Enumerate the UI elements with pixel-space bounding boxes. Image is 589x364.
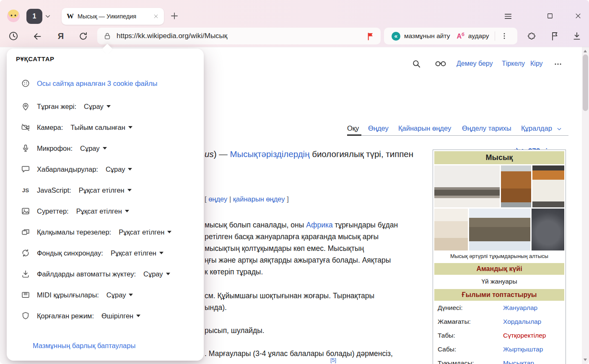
permission-label: Қорғалған режим: xyxy=(37,312,94,320)
dropdown-caret-icon xyxy=(128,168,132,170)
address-bar[interactable]: https://kk.wikipedia.org/wiki/Мысық xyxy=(97,28,381,44)
permissions-title: РҰҚСАТТАР xyxy=(16,55,54,62)
scrollbar-thumb[interactable] xyxy=(583,54,588,111)
permission-value-dropdown[interactable]: Сұрау xyxy=(106,291,133,299)
midi-icon xyxy=(21,290,30,299)
cat-photo-orange[interactable] xyxy=(501,165,531,207)
microphone-icon xyxy=(21,144,30,153)
tab-title: Мысық — Уикипедия xyxy=(78,13,149,20)
popups-icon xyxy=(21,227,30,237)
tools-menu[interactable]: Құралдар xyxy=(521,124,552,132)
dropdown-caret-icon xyxy=(128,126,132,129)
scrollbar-up-icon[interactable] xyxy=(584,50,587,52)
africa-link[interactable]: Африка xyxy=(306,221,333,229)
tab-edit[interactable]: Өңдеу xyxy=(368,124,389,132)
tab-group-badge[interactable]: 1 xyxy=(26,9,42,24)
article-paragraph-line: мысық болып саналады, оны Африка тұрғынд… xyxy=(205,221,398,230)
permission-row-images: Суреттер: Рұқсат етілген xyxy=(21,206,129,217)
permissions-panel: РҰҚСАТТАР Осы сайтқа арналған 3 cookie ф… xyxy=(7,49,204,361)
collections-icon[interactable] xyxy=(550,31,560,41)
window-close-icon[interactable] xyxy=(574,12,582,20)
search-icon[interactable] xyxy=(412,59,421,68)
bookmark-flag-icon[interactable] xyxy=(366,32,375,41)
permission-value-dropdown[interactable]: Рұқсат етілген xyxy=(76,207,129,215)
permission-value: Сұрау xyxy=(143,270,163,278)
page-scrollbar[interactable] xyxy=(582,47,589,364)
window-maximize-icon[interactable] xyxy=(546,12,554,20)
tab-history[interactable]: Өңделу тарихы xyxy=(462,124,511,132)
yandex-services-button[interactable]: Я xyxy=(55,31,66,41)
active-tab[interactable]: W Мысық — Уикипедия xyxy=(62,8,164,25)
lock-icon[interactable] xyxy=(103,32,112,40)
appearance-icon[interactable] xyxy=(434,58,447,67)
permission-label: JavaScript: xyxy=(37,186,71,194)
taxonomy-value-link[interactable]: Мысықтар xyxy=(503,359,534,364)
read-aloud-button[interactable]: « мазмұнын айту xyxy=(388,28,453,44)
article-paragraph-line: рысып, шулайды. xyxy=(205,326,265,335)
login-link[interactable]: Кіру xyxy=(530,60,543,67)
infobox-photo-row xyxy=(434,209,564,250)
new-tab-icon[interactable] xyxy=(169,11,179,21)
permission-value: Сұрау xyxy=(80,145,100,152)
all-content-settings-link[interactable]: Мазмұнның барлық баптаулары xyxy=(33,342,135,350)
taxonomy-value-link[interactable]: Жануарлар xyxy=(503,304,537,312)
history-icon[interactable] xyxy=(8,31,19,41)
edit-link[interactable]: өңдеу xyxy=(208,195,227,203)
status-value: Үй жануары xyxy=(434,275,564,288)
permission-value-dropdown[interactable]: Сұрау xyxy=(106,165,132,173)
back-icon[interactable] xyxy=(32,31,42,41)
cat-photo-white-orange[interactable] xyxy=(532,165,564,207)
window-menu-icon[interactable] xyxy=(503,12,513,21)
permission-value-dropdown[interactable]: Рұқсат етілген xyxy=(79,186,132,194)
notifications-icon xyxy=(21,165,30,174)
reference-link[interactable]: [5] xyxy=(330,357,336,363)
tab-group-chevron-icon[interactable] xyxy=(44,13,51,20)
translate-label: аудару xyxy=(468,32,489,40)
tools-chevron-icon[interactable] xyxy=(556,126,562,132)
background-sync-icon xyxy=(21,248,30,258)
permission-value-dropdown[interactable]: Өшірілген xyxy=(101,312,140,320)
register-link[interactable]: Тіркелу xyxy=(502,60,525,67)
cat-photo-tabby-standing[interactable] xyxy=(469,209,530,250)
cookies-link[interactable]: Осы сайтқа арналған 3 cookie файлы xyxy=(37,80,157,88)
active-tab-underline xyxy=(347,134,361,136)
permission-value-dropdown[interactable]: Рұқсат етілген xyxy=(111,249,163,257)
more-options-icon[interactable] xyxy=(553,59,563,69)
permission-value-dropdown[interactable]: Сұрау xyxy=(80,145,107,152)
translate-button[interactable]: Аб аудару xyxy=(453,28,492,44)
taxonomy-value-redlink[interactable]: Сүтқоректілер xyxy=(503,332,546,339)
edit-source-link[interactable]: қайнарын өңдеу xyxy=(233,195,285,203)
bracket-close: ] xyxy=(285,195,289,203)
scrollbar-down-icon[interactable] xyxy=(584,359,587,361)
permission-value-dropdown[interactable]: Тыйым салынған xyxy=(70,124,132,132)
dropdown-caret-icon xyxy=(136,315,140,317)
felidae-link[interactable]: Мысықтәрізділердің xyxy=(230,149,309,159)
taxonomy-value-link[interactable]: Жыртқыштар xyxy=(503,346,543,353)
tab-edit-source[interactable]: Қайнарын өңдеу xyxy=(398,124,451,132)
downloads-icon[interactable] xyxy=(572,31,582,41)
permission-value-dropdown[interactable]: Сұрау xyxy=(84,103,111,111)
toolbar-menu-icon[interactable] xyxy=(500,32,509,40)
donate-link[interactable]: Демеу беру xyxy=(457,60,493,67)
url-text[interactable]: https://kk.wikipedia.org/wiki/Мысық xyxy=(117,32,361,40)
extensions-icon[interactable] xyxy=(527,31,537,41)
cat-photo-tabby-lying[interactable] xyxy=(434,165,500,207)
permission-value: Рұқсат етілген xyxy=(111,249,156,257)
tab-read[interactable]: Оқу xyxy=(347,124,359,132)
permission-value-dropdown[interactable]: Рұқсат етілген xyxy=(119,228,171,236)
cat-photo-siamese[interactable] xyxy=(434,209,468,250)
permission-value-dropdown[interactable]: Сұрау xyxy=(143,270,170,278)
permission-label: Камера: xyxy=(37,124,63,132)
permission-row-popups: Қалқымалы терезелер: Рұқсат етілген xyxy=(21,227,171,238)
cat-photo-gray[interactable] xyxy=(532,209,564,250)
reload-icon[interactable] xyxy=(78,31,88,41)
permission-row-notifications: Хабарландырулар: Сұрау xyxy=(21,164,132,175)
tab-close-icon[interactable] xyxy=(153,13,159,19)
cookie-icon xyxy=(21,79,30,88)
dropdown-caret-icon xyxy=(103,147,107,150)
taxonomy-value-link[interactable]: Хордалылар xyxy=(503,318,541,325)
profile-avatar[interactable] xyxy=(7,10,20,22)
taxonomy-row: Жамағаты: Хордалылар xyxy=(434,315,564,328)
permission-value: Өшірілген xyxy=(101,312,133,320)
browser-chrome: 1 W Мысық — Уикипедия Я https://kk.wikip… xyxy=(0,0,589,47)
